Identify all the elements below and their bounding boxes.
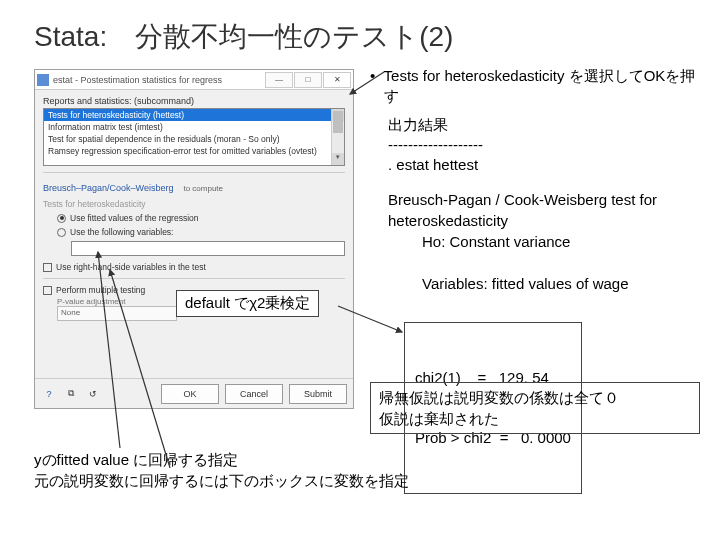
slide-title: Stata: 分散不均一性のテスト(2) — [0, 0, 720, 64]
listbox-scrollbar[interactable]: ▴ ▾ — [331, 109, 344, 165]
test-ho: Ho: Constant variance — [422, 231, 700, 252]
conclusion-line1: 帰無仮説は説明変数の係数は全て０ — [379, 387, 691, 408]
ok-button[interactable]: OK — [161, 384, 219, 404]
reset-icon[interactable]: ↺ — [85, 386, 101, 402]
subcommand-listbox[interactable]: Tests for heteroskedasticity (hettest) I… — [43, 108, 345, 166]
radio-following-vars[interactable] — [57, 228, 66, 237]
cancel-button[interactable]: Cancel — [225, 384, 283, 404]
output-label: 出力結果 — [388, 115, 700, 135]
submit-button[interactable]: Submit — [289, 384, 347, 404]
subcommand-label: Reports and statistics: (subcommand) — [43, 96, 345, 106]
dialog-title: estat - Postestimation statistics for re… — [53, 75, 265, 85]
help-icon[interactable]: ? — [41, 386, 57, 402]
rhs-checkbox[interactable] — [43, 263, 52, 272]
test-vars: Variables: fitted values of wage — [422, 275, 629, 292]
list-item[interactable]: Tests for heteroskedasticity (hettest) — [44, 109, 344, 121]
radio-fitted-values[interactable] — [57, 214, 66, 223]
radio-following-vars-label: Use the following variables: — [70, 227, 173, 237]
scroll-down-icon[interactable]: ▾ — [332, 153, 344, 165]
rhs-checkbox-label: Use right-hand-side variables in the tes… — [56, 262, 206, 272]
explanation-text: • Tests for heteroskedasticity を選択してOKを押… — [370, 66, 700, 294]
variables-input[interactable] — [71, 241, 345, 256]
list-item[interactable]: Test for spatial dependence in the resid… — [44, 133, 344, 145]
mtest-checkbox[interactable] — [43, 286, 52, 295]
group-hint: to compute — [183, 184, 223, 193]
group-header: Breusch–Pagan/Cook–Weisberg — [43, 183, 173, 193]
test-title: Breusch-Pagan / Cook-Weisberg test for h… — [388, 189, 700, 231]
app-icon — [37, 74, 49, 86]
foot-line2: 元の説明変数に回帰するには下のボックスに変数を指定 — [34, 470, 409, 491]
conclusion-line2: 仮説は棄却された — [379, 408, 691, 429]
mtest-checkbox-label: Perform multiple testing — [56, 285, 145, 295]
foot-line1: yのfitted value に回帰する指定 — [34, 449, 409, 470]
close-button[interactable]: ✕ — [323, 72, 351, 88]
scroll-thumb[interactable] — [333, 111, 343, 133]
bullet-icon: • — [370, 66, 384, 107]
output-dashes: ------------------- — [388, 135, 700, 155]
list-item[interactable]: Ramsey regression specification-error te… — [44, 145, 344, 157]
list-item[interactable]: Information matrix test (imtest) — [44, 121, 344, 133]
radio-fitted-values-label: Use fitted values of the regression — [70, 213, 199, 223]
pvalue-dropdown[interactable]: None — [57, 306, 177, 321]
bullet-text: Tests for heteroskedasticity を選択してOKを押す — [384, 66, 700, 107]
copy-icon[interactable]: ⧉ — [63, 386, 79, 402]
maximize-button[interactable]: □ — [294, 72, 322, 88]
conclusion-box: 帰無仮説は説明変数の係数は全て０ 仮説は棄却された — [370, 382, 700, 434]
stata-dialog: estat - Postestimation statistics for re… — [34, 69, 354, 409]
chi-callout: default でχ2乗検定 — [176, 290, 319, 317]
minimize-button[interactable]: — — [265, 72, 293, 88]
footnote: yのfitted value に回帰する指定 元の説明変数に回帰するには下のボッ… — [34, 449, 409, 491]
radio1-main-label: Tests for heteroskedasticity — [43, 199, 146, 209]
output-cmd: . estat hettest — [388, 155, 700, 175]
dialog-titlebar[interactable]: estat - Postestimation statistics for re… — [35, 70, 353, 90]
